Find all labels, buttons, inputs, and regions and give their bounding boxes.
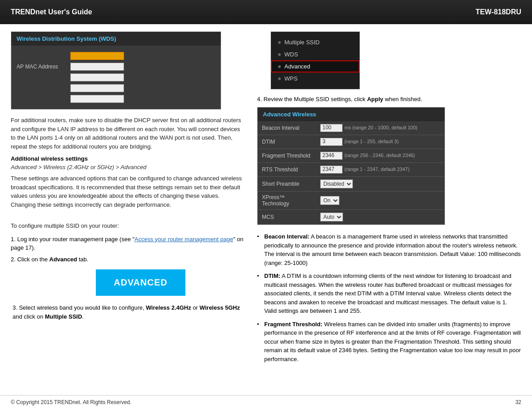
step2-bold: Advanced: [49, 256, 77, 263]
wds-row-5: [17, 95, 215, 103]
menu-item-label: WPS: [284, 75, 298, 82]
step3-b3: Multiple SSID: [45, 313, 82, 320]
aw-select-xpress™_technology[interactable]: On: [320, 196, 339, 205]
menu-item-label: Multiple SSID: [284, 39, 320, 46]
aw-row-value: Disabled: [316, 177, 445, 192]
wds-row-1: [17, 52, 215, 60]
advanced-button-image: ADVANCED: [38, 268, 244, 297]
aw-select-short_preamble[interactable]: Disabled: [320, 179, 353, 188]
aw-row-value: Auto: [316, 210, 445, 225]
aw-row-value: 2347(range 1 - 2347, default 2347): [316, 163, 445, 177]
step2-prefix: 2. Click on the: [11, 256, 49, 263]
aw-row-value: 100ms (range 20 - 1000, default 100): [316, 121, 445, 135]
step1-prefix: 1. Log into your router management page …: [11, 236, 134, 243]
footer-copyright: © Copyright 2015 TRENDnet. All Rights Re…: [11, 399, 131, 405]
menu-item-advanced[interactable]: Advanced: [271, 60, 360, 72]
advanced-button[interactable]: ADVANCED: [94, 268, 187, 297]
bullet-term: Fragment Threshold:: [264, 321, 322, 328]
aw-input-fragment_threshold[interactable]: 2346: [320, 152, 343, 160]
wds-input-4[interactable]: [70, 84, 124, 92]
menu-dot-icon: [278, 65, 281, 68]
review-apply: Apply: [367, 96, 383, 102]
menu-item-label: WDS: [284, 51, 298, 58]
menu-screenshot: Multiple SSIDWDSAdvancedWPS: [270, 31, 360, 89]
para2: These settings are advanced options that…: [11, 174, 244, 209]
table-row: Fragment Threshold2346(range 256 - 2346,…: [257, 149, 445, 163]
header-title-right: TEW-818DRU: [476, 8, 521, 16]
aw-row-label: Beacon Interval: [257, 121, 316, 135]
step3-end: and click on: [13, 313, 45, 320]
aw-hint: (range 1 - 2347, default 2347): [344, 166, 410, 172]
aw-row-label: DTIM: [257, 135, 316, 149]
para1: For additional routers, make sure to dis…: [11, 116, 244, 151]
aw-row-label: Short Preamble: [257, 177, 316, 192]
additional-wireless-heading: Additional wireless settings: [11, 155, 244, 162]
step3-dot: .: [82, 313, 84, 320]
list-item: Beacon Interval: A beacon is a managemen…: [257, 232, 521, 267]
aw-hint: (range 1 - 255, default 3): [344, 139, 399, 144]
wds-input-5[interactable]: [70, 95, 124, 103]
footer-page-number: 32: [515, 399, 521, 405]
step1-link[interactable]: Access your router management page: [134, 236, 233, 243]
aw-row-value: 3(range 1 - 255, default 3): [316, 135, 445, 149]
menu-item-multiple-ssid[interactable]: Multiple SSID: [271, 36, 360, 48]
additional-wireless-subheading: Advanced > Wireless (2.4GHz or 5GHz) > A…: [11, 164, 244, 170]
aw-input-rts_threshold[interactable]: 2347: [320, 166, 343, 174]
aw-row-value: On: [316, 192, 445, 210]
wds-title: Wireless Distribution System (WDS): [11, 32, 221, 46]
wds-screenshot: Wireless Distribution System (WDS) AP MA…: [11, 31, 221, 110]
table-row: DTIM3(range 1 - 255, default 3): [257, 135, 445, 149]
right-column: Multiple SSIDWDSAdvancedWPS 4. Review th…: [253, 31, 521, 368]
aw-row-label: XPress™ Technology: [257, 192, 316, 210]
step3-prefix: 3. Select wireless band you would like t…: [13, 304, 146, 311]
review-text: 4. Review the Multiple SSID settings, cl…: [257, 96, 521, 102]
menu-dot-icon: [278, 77, 281, 80]
wds-row-3: [17, 73, 215, 81]
footer: © Copyright 2015 TRENDnet. All Rights Re…: [0, 395, 532, 409]
table-row: XPress™ TechnologyOn: [257, 192, 445, 210]
menu-dot-icon: [278, 41, 281, 44]
review-suffix: when finished.: [383, 96, 422, 102]
wds-input-3[interactable]: [70, 73, 124, 81]
step1: 1. Log into your router management page …: [11, 235, 244, 252]
step3: 3. Select wireless band you would like t…: [13, 303, 244, 321]
menu-item-label: Advanced: [284, 63, 310, 70]
table-row: MCSAuto: [257, 210, 445, 225]
wds-body: AP MAC Address: [11, 46, 221, 109]
aw-row-value: 2346(range 256 - 2346, default 2346): [316, 149, 445, 163]
aw-table: Beacon Interval100ms (range 20 - 1000, d…: [257, 121, 445, 225]
steps-list: 1. Log into your router management page …: [11, 235, 244, 264]
aw-select-mcs[interactable]: Auto: [320, 213, 343, 222]
menu-item-wps[interactable]: WPS: [271, 72, 360, 85]
wds-input-2[interactable]: [70, 63, 124, 71]
wds-row-4: [17, 84, 215, 92]
menu-item-wds[interactable]: WDS: [271, 48, 360, 60]
menu-dot-icon: [278, 53, 281, 56]
menu-body: Multiple SSIDWDSAdvancedWPS: [271, 32, 360, 89]
aw-row-label: Fragment Threshold: [257, 149, 316, 163]
bullet-term: Beacon Interval:: [264, 233, 309, 240]
step3-b1: Wireless 2.4GHz: [146, 304, 191, 311]
bullet-list: Beacon Interval: A beacon is a managemen…: [257, 232, 521, 363]
wds-input-orange[interactable]: [70, 52, 124, 60]
aw-input-dtim[interactable]: 3: [320, 138, 343, 146]
step3-b2: Wireless 5GHz: [200, 304, 240, 311]
main-content: Wireless Distribution System (WDS) AP MA…: [0, 24, 532, 375]
wds-row-label: AP MAC Address: [17, 63, 215, 71]
aw-input-beacon_interval[interactable]: 100: [320, 124, 343, 132]
aw-hint: ms (range 20 - 1000, default 100): [344, 125, 417, 130]
header-title-left: TRENDnet User's Guide: [11, 8, 92, 16]
aw-title: Advanced Wireless: [257, 107, 445, 121]
list-item: DTIM: A DTIM is a countdown informing cl…: [257, 272, 521, 315]
review-prefix: 4. Review the Multiple SSID settings, cl…: [257, 96, 367, 102]
configure-text: To configure multiple SSID on your route…: [11, 222, 244, 230]
left-column: Wireless Distribution System (WDS) AP MA…: [11, 31, 244, 368]
step2: 2. Click on the Advanced tab.: [11, 255, 244, 264]
aw-hint: (range 256 - 2346, default 2346): [344, 153, 415, 158]
step3-mid: or: [191, 304, 200, 311]
bullet-term: DTIM:: [264, 273, 280, 279]
table-row: RTS Threshold2347(range 1 - 2347, defaul…: [257, 163, 445, 177]
aw-row-label: MCS: [257, 210, 316, 225]
step2-suffix: tab.: [77, 256, 88, 263]
header: TRENDnet User's Guide TEW-818DRU: [0, 0, 532, 24]
